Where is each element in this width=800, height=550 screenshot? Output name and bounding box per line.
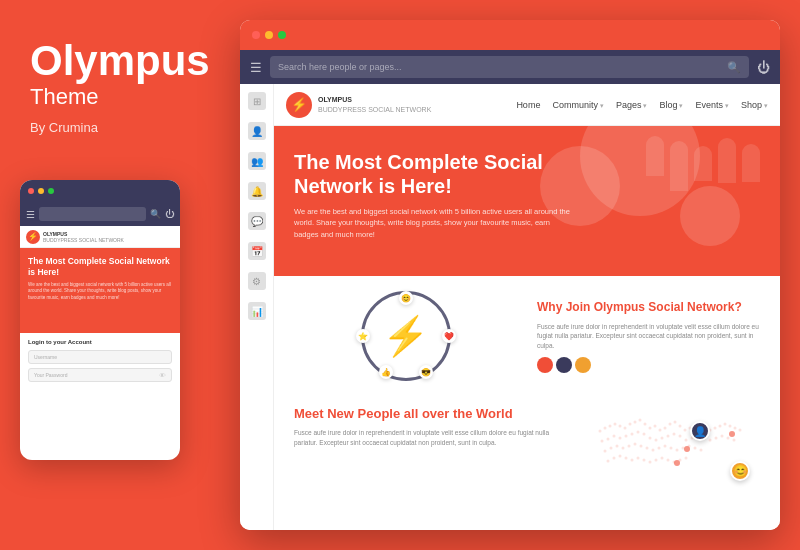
svg-point-23: [714, 427, 717, 430]
svg-point-11: [654, 425, 657, 428]
svg-point-54: [616, 445, 619, 448]
hero-people-bg: [646, 136, 760, 191]
svg-point-1: [604, 427, 607, 430]
svg-point-64: [676, 449, 679, 452]
desktop-search-bar[interactable]: Search here people or pages... 🔍: [270, 56, 749, 78]
reaction-dot-bottom-right: 😎: [419, 365, 433, 379]
mobile-nav-bar: ⚡ OLYMPUS BUDDYPRESS SOCIAL NETWORK: [20, 226, 180, 248]
sidebar-icon-notifications[interactable]: 🔔: [248, 182, 266, 200]
bolt-lightning: ⚡: [382, 314, 429, 358]
mobile-password-field[interactable]: Your Password 👁: [28, 368, 172, 382]
why-right-content: Why Join Olympus Social Network? Fusce a…: [537, 292, 760, 380]
nav-link-pages[interactable]: Pages▾: [616, 100, 648, 110]
desktop-dot-green[interactable]: [278, 31, 286, 39]
desktop-hero-desc: We are the best and biggest social netwo…: [294, 206, 574, 240]
mobile-dot-yellow[interactable]: [38, 188, 44, 194]
mobile-hamburger-icon[interactable]: ☰: [26, 209, 35, 220]
reaction-dot-left: ⭐: [356, 329, 370, 343]
mobile-hero-desc: We are the best and biggest social netwo…: [28, 282, 172, 301]
svg-point-52: [604, 450, 607, 453]
sidebar-icon-calendar[interactable]: 📅: [248, 242, 266, 260]
reaction-dot-right: ❤️: [442, 329, 456, 343]
svg-point-13: [664, 427, 667, 430]
svg-point-50: [727, 437, 730, 440]
svg-point-73: [631, 459, 634, 462]
mobile-username-field[interactable]: Username: [28, 350, 172, 364]
reaction-dot-bottom-left: 👍: [379, 365, 393, 379]
svg-point-6: [629, 423, 632, 426]
svg-point-30: [607, 438, 610, 441]
svg-point-57: [634, 443, 637, 446]
sidebar-icon-profile[interactable]: 👤: [248, 122, 266, 140]
svg-point-34: [631, 433, 634, 436]
nav-link-home[interactable]: Home: [516, 100, 540, 110]
desktop-logo-text: OLYMPUS BUDDYPRESS SOCIAL NETWORK: [318, 95, 431, 113]
svg-point-70: [613, 457, 616, 460]
brand-title: Olympus: [30, 40, 240, 82]
why-desc: Fusce aufe irure dolor in reprehenderit …: [537, 322, 760, 351]
svg-point-8: [639, 419, 642, 422]
sidebar-icon-friends[interactable]: 👥: [248, 152, 266, 170]
svg-point-33: [625, 435, 628, 438]
nav-link-events[interactable]: Events▾: [695, 100, 729, 110]
mobile-search-input[interactable]: [39, 207, 146, 221]
why-avatar-row: [537, 357, 760, 373]
meet-title: Meet New People all over the World: [294, 406, 560, 423]
mobile-login-section: Login to your Account Username Your Pass…: [20, 333, 180, 392]
mobile-mockup: ☰ 🔍 ⏻ ⚡ OLYMPUS BUDDYPRESS SOCIAL NETWOR…: [20, 180, 180, 460]
sidebar-icon-home[interactable]: ⊞: [248, 92, 266, 110]
sidebar-icon-messages[interactable]: 💬: [248, 212, 266, 230]
map-avatar-2: 👤: [690, 421, 710, 441]
nav-link-community[interactable]: Community▾: [552, 100, 604, 110]
svg-point-14: [669, 423, 672, 426]
svg-point-35: [637, 431, 640, 434]
svg-point-43: [685, 439, 688, 442]
desktop-window-chrome: [240, 20, 780, 50]
desktop-search-placeholder: Search here people or pages...: [278, 62, 402, 72]
desktop-content: ⊞ 👤 👥 🔔 💬 📅 ⚙ 📊 ⚡ OLYMPUS BUDDYPRESS SOC…: [240, 84, 780, 530]
desktop-logo: ⚡ OLYMPUS BUDDYPRESS SOCIAL NETWORK: [286, 92, 431, 118]
mobile-dot-red[interactable]: [28, 188, 34, 194]
svg-point-39: [661, 437, 664, 440]
nav-link-blog[interactable]: Blog▾: [659, 100, 683, 110]
why-avatar-2: [556, 357, 572, 373]
svg-point-82: [685, 457, 688, 460]
reaction-dot-top: 😊: [399, 291, 413, 305]
svg-point-15: [674, 421, 677, 424]
map-dot-1: [729, 431, 735, 437]
sidebar-icon-analytics[interactable]: 📊: [248, 302, 266, 320]
desktop-hamburger-icon[interactable]: ☰: [250, 60, 262, 75]
nav-link-shop[interactable]: Shop▾: [741, 100, 768, 110]
desktop-search-icon[interactable]: 🔍: [727, 61, 741, 74]
svg-point-10: [649, 427, 652, 430]
desktop-dot-yellow[interactable]: [265, 31, 273, 39]
desktop-main-content: ⚡ OLYMPUS BUDDYPRESS SOCIAL NETWORK Home…: [274, 84, 780, 530]
svg-point-36: [643, 433, 646, 436]
svg-point-4: [619, 425, 622, 428]
mobile-login-title: Login to your Account: [28, 339, 172, 345]
map-dot-2: [684, 446, 690, 452]
svg-point-74: [637, 457, 640, 460]
svg-point-25: [724, 423, 727, 426]
mobile-logo-bolt: ⚡: [26, 230, 40, 244]
svg-point-59: [646, 447, 649, 450]
mobile-search-icon[interactable]: 🔍: [150, 209, 161, 219]
svg-point-27: [734, 427, 737, 430]
sidebar-icon-settings[interactable]: ⚙: [248, 272, 266, 290]
desktop-browser-bar: ☰ Search here people or pages... 🔍 ⏻: [240, 50, 780, 84]
mobile-eye-icon[interactable]: 👁: [159, 372, 166, 379]
meet-left-content: Meet New People all over the World Fusce…: [294, 406, 560, 486]
desktop-dot-red[interactable]: [252, 31, 260, 39]
mobile-username-label: Username: [34, 354, 57, 360]
mobile-logo-text: OLYMPUS BUDDYPRESS SOCIAL NETWORK: [43, 231, 124, 243]
svg-point-67: [694, 447, 697, 450]
meet-right-map: 😊 👤: [580, 406, 760, 486]
mobile-power-icon[interactable]: ⏻: [165, 209, 174, 219]
desktop-hero: The Most Complete Social Network is Here…: [274, 126, 780, 276]
desktop-power-icon[interactable]: ⏻: [757, 60, 770, 75]
mobile-dot-green[interactable]: [48, 188, 54, 194]
svg-point-60: [652, 449, 655, 452]
svg-point-79: [667, 459, 670, 462]
svg-point-77: [655, 459, 658, 462]
svg-point-2: [609, 425, 612, 428]
